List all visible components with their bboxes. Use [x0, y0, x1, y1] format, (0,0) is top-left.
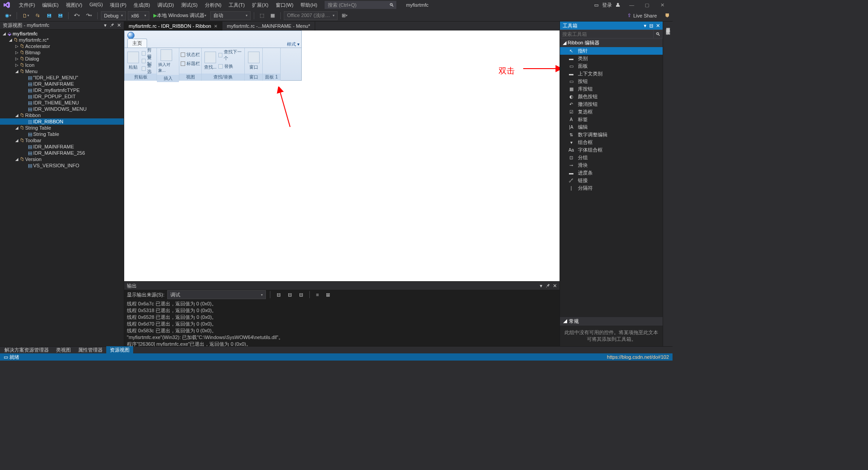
output-tool-button[interactable]: ⊟ — [274, 290, 283, 299]
output-wrap-button[interactable]: ≡ — [314, 290, 321, 299]
toolbox-item-group[interactable]: ⊡分组 — [560, 154, 663, 161]
login-button[interactable]: 登录 — [602, 2, 612, 9]
panel-dropdown-icon[interactable]: ▾ — [540, 283, 542, 289]
btab-resource-view[interactable]: 资源视图 — [106, 346, 133, 354]
btab-property-manager[interactable]: 属性管理器 — [74, 346, 106, 354]
save-button[interactable]: 💾︎ — [44, 11, 54, 20]
new-button[interactable]: 🗋 ▾ — [20, 11, 31, 20]
tree-toolbar[interactable]: ◢📁︎Toolbar — [0, 137, 124, 144]
ribbon-paste-button[interactable]: 粘贴 — [126, 49, 141, 72]
menu-build[interactable]: 生成(B) — [130, 0, 154, 10]
tree-menu-item[interactable]: ▤IDR_POPUP_EDIT — [0, 93, 124, 100]
live-share-icon[interactable]: ⇪ — [627, 13, 631, 18]
ribbon-findnext-button[interactable]: 查找下一个 — [218, 52, 243, 59]
platform-dropdown[interactable]: x86▾ — [128, 11, 149, 20]
toolbox-item-slider[interactable]: ⊸滑块 — [560, 161, 663, 169]
maximize-button[interactable]: ▢ — [639, 0, 655, 10]
tree-menu-item[interactable]: ▤IDR_MAINFRAME — [0, 81, 124, 87]
tab-close-icon[interactable]: ✕ — [214, 24, 217, 29]
ribbon-replace-button[interactable]: 替换 — [218, 63, 243, 70]
tree-root[interactable]: ◢⬙myfisrtmfc — [0, 30, 124, 37]
output-source-dropdown[interactable]: 调试▾ — [167, 290, 266, 299]
output-text[interactable]: 线程 0x6a7c 已退出，返回值为 0 (0x0)。 线程 0x5318 已退… — [124, 300, 560, 346]
ribbon-preview[interactable]: 主页 样式 ▾ 粘贴 剪切 复制 全选 剪贴板 — [124, 30, 302, 81]
ribbon-selectall-button[interactable]: 全选 — [142, 65, 155, 72]
menu-extensions[interactable]: 扩展(X) — [248, 0, 272, 10]
toolbox-item-label[interactable]: A标签 — [560, 116, 663, 123]
pin-icon[interactable]: 📌︎ — [109, 22, 114, 28]
office-theme-dropdown[interactable]: Office 2007 (浅绿…▾ — [284, 11, 338, 20]
open-button[interactable]: 📂︎ — [33, 11, 43, 20]
live-share-button[interactable]: Live Share — [633, 13, 657, 18]
tree-string-item[interactable]: ▤String Table — [0, 131, 124, 137]
global-search[interactable]: 搜索 (Ctrl+Q) 🔍︎ — [325, 1, 396, 9]
menu-debug[interactable]: 调试(D) — [154, 0, 178, 10]
output-clear-button[interactable]: ⊠ — [324, 290, 332, 299]
tree-dialog[interactable]: ▷📁︎Dialog — [0, 56, 124, 62]
ribbon-style-dropdown[interactable]: 样式 ▾ — [287, 41, 299, 48]
tree-icon-folder[interactable]: ▷📁︎Icon — [0, 62, 124, 68]
pin-icon[interactable]: 📌︎ — [545, 283, 550, 289]
toolbox-category[interactable]: ◢ 常规 — [560, 317, 663, 326]
toolbox-item-color[interactable]: ◐颜色按钮 — [560, 93, 663, 100]
toolbox-item-progress[interactable]: ▬进度条 — [560, 169, 663, 177]
toolbox-category[interactable]: ◢ Ribbon 编辑器 — [560, 39, 663, 47]
tree-ribbon[interactable]: ◢📁︎Ribbon — [0, 112, 124, 118]
ribbon-tab-home[interactable]: 主页 — [127, 39, 147, 48]
menu-view[interactable]: 视图(V) — [62, 0, 86, 10]
toolbox-item-gallery[interactable]: ▦库按钮 — [560, 85, 663, 93]
close-button[interactable]: ✕ — [655, 0, 670, 10]
menu-edit[interactable]: 编辑(E) — [39, 0, 62, 10]
panel-close-icon[interactable]: ✕ — [553, 283, 557, 289]
panel-dropdown-icon[interactable]: ▾ — [644, 23, 647, 29]
ribbon-insert-button[interactable]: 插入对象... — [158, 49, 174, 74]
editor-tab[interactable]: myfisrtmfc.rc - IDR_RIBBON - Ribbon✕ — [124, 22, 222, 30]
search-icon[interactable]: 🔍︎ — [654, 30, 663, 39]
menu-tools[interactable]: 工具(T) — [225, 0, 248, 10]
toolbox-item-button[interactable]: ▭按钮 — [560, 78, 663, 85]
editor-tab[interactable]: myfisrtmfc.rc -...MAINFRAME - Menu* — [222, 22, 315, 30]
tool-btn-2[interactable]: ▦ — [268, 11, 277, 20]
tree-menu[interactable]: ◢📁︎Menu — [0, 68, 124, 74]
tool-btn-3[interactable]: ⊞ ▾ — [339, 11, 350, 20]
tree-string-table[interactable]: ◢📁︎String Table — [0, 125, 124, 131]
output-tool-button[interactable]: ⊟ — [286, 290, 294, 299]
auto-dropdown[interactable]: 自动▾ — [210, 11, 251, 20]
admin-icon[interactable]: ⛊ — [665, 13, 670, 18]
notifications-icon[interactable]: ▭ — [594, 2, 599, 8]
ribbon-window-button[interactable]: 窗口 — [246, 49, 261, 72]
ribbon-statusbar-check[interactable]: 状态栏 — [181, 51, 200, 58]
panel-dropdown-icon[interactable]: ▾ — [104, 22, 107, 28]
toolbox-item-spinedit[interactable]: ⇅数字调整编辑 — [560, 131, 663, 139]
toolbox-item-separator[interactable]: |分隔符 — [560, 184, 663, 192]
pin-icon[interactable]: ⊟ — [649, 23, 653, 29]
toolbox-item-undo[interactable]: ↶撤消按钮 — [560, 100, 663, 108]
back-button[interactable]: ◉ ▾ — [3, 11, 13, 20]
user-icon[interactable]: 👤︎ — [616, 2, 621, 8]
tree-bitmap[interactable]: ▷📁︎Bitmap — [0, 49, 124, 56]
tree-version-item[interactable]: ▤VS_VERSION_INFO — [0, 162, 124, 169]
tree-menu-item[interactable]: ▤IDR_THEME_MENU — [0, 100, 124, 106]
ribbon-designer[interactable]: 主页 样式 ▾ 粘贴 剪切 复制 全选 剪贴板 — [124, 30, 560, 281]
config-dropdown[interactable]: Debug▾ — [101, 11, 126, 20]
ribbon-titlebar-check[interactable]: 标题栏 — [181, 60, 200, 67]
panel-close-icon[interactable]: ✕ — [656, 23, 660, 29]
btab-class-view[interactable]: 类视图 — [52, 346, 74, 354]
save-all-button[interactable]: 💾︎ — [56, 11, 65, 20]
output-tool-button[interactable]: ⊟ — [297, 290, 305, 299]
menu-file[interactable]: 文件(F) — [15, 0, 39, 10]
ribbon-find-button[interactable]: 查找... — [203, 49, 217, 72]
toolbox-item-context[interactable]: ▬上下文类别 — [560, 70, 663, 78]
tree-menu-item[interactable]: ▤"IDR_HELP_MENU" — [0, 74, 124, 81]
menu-window[interactable]: 窗口(W) — [272, 0, 297, 10]
toolbox-item-link[interactable]: 🔗︎链接 — [560, 177, 663, 184]
undo-button[interactable]: ↶ ▾ — [72, 11, 82, 20]
toolbox-item-edit[interactable]: |A编辑 — [560, 123, 663, 131]
menu-test[interactable]: 测试(S) — [178, 0, 201, 10]
menu-analyze[interactable]: 分析(N) — [201, 0, 225, 10]
tree-menu-item[interactable]: ▤IDR_myfisrtmfcTYPE — [0, 87, 124, 93]
tree-ribbon-item[interactable]: ▥IDR_RIBBON — [0, 118, 124, 125]
resource-tree[interactable]: ◢⬙myfisrtmfc ◢📁︎myfisrtmfc.rc* ▷📁︎Accele… — [0, 30, 124, 346]
tree-toolbar-item[interactable]: ▤IDR_MAINFRAME — [0, 144, 124, 150]
toolbox-item-panel[interactable]: ▭面板 — [560, 62, 663, 70]
